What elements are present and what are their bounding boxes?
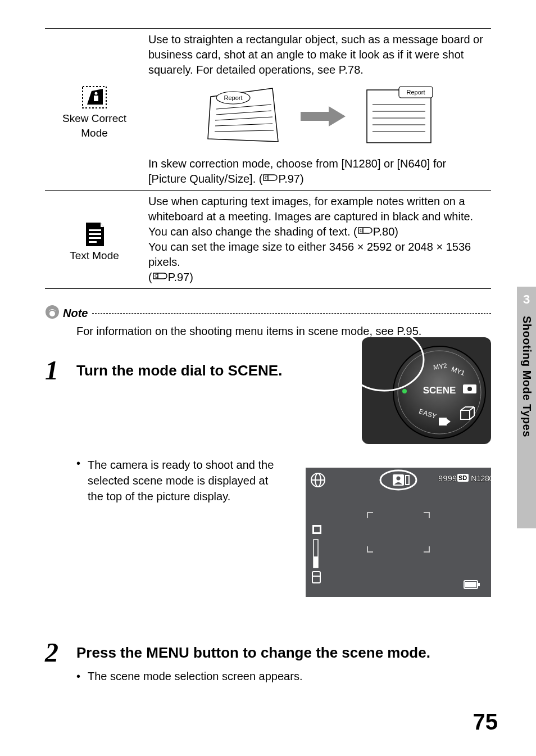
svg-point-2 — [95, 92, 98, 94]
step-2-title: Press the MENU button to change the scen… — [76, 639, 491, 663]
chapter-title: Shooting Mode Types — [520, 316, 533, 437]
text-line2a: You can also change the shading of text.… — [148, 225, 357, 238]
svg-text:1280: 1280 — [476, 473, 491, 483]
svg-rect-61 — [314, 527, 320, 532]
svg-rect-3 — [94, 96, 98, 101]
skew-correct-icon — [80, 83, 108, 111]
note-label: Note — [63, 307, 88, 320]
svg-rect-23 — [89, 241, 97, 243]
svg-rect-47 — [306, 468, 491, 597]
svg-text:SD: SD — [458, 474, 467, 481]
report-label-skewed: Report — [224, 94, 242, 101]
step-1-bullet-text: The camera is ready to shoot and the sel… — [88, 457, 290, 504]
skew-mode-cell: Skew Correct Mode — [45, 29, 144, 191]
text-mode-icon — [80, 220, 108, 248]
step-2-bullet-text: The scene mode selection screen appears. — [88, 668, 302, 684]
text-line4: (GP.97) — [148, 270, 487, 285]
chapter-tab: 3 Shooting Mode Types — [517, 287, 536, 528]
svg-point-27 — [49, 311, 55, 316]
svg-point-32 — [402, 389, 407, 393]
svg-point-53 — [397, 477, 401, 481]
lcd-preview: 9999 SD N 1280 — [306, 468, 491, 599]
skew-mode-label: Skew Correct Mode — [49, 111, 139, 140]
mode-dial-illustration: SCENE MY2 MY1 EASY — [362, 337, 491, 446]
note-row: Note — [45, 305, 491, 322]
report-straight-icon: Report — [362, 85, 435, 147]
step-2-bullet: • The scene mode selection screen appear… — [76, 668, 491, 684]
page-ref-icon: G — [262, 173, 278, 183]
text-mode-label: Text Mode — [49, 248, 139, 263]
note-dash-line — [92, 313, 491, 314]
svg-text:9999: 9999 — [438, 473, 457, 483]
skew-desc-1: Use to straighten a rectangular object, … — [148, 32, 487, 78]
svg-text:SCENE: SCENE — [423, 385, 456, 396]
svg-rect-39 — [439, 418, 447, 425]
text-line2-ref: P.80 — [373, 225, 395, 238]
svg-point-38 — [467, 387, 472, 391]
text-line3: You can set the image size to either 345… — [148, 239, 487, 270]
svg-rect-20 — [89, 229, 101, 231]
report-skewed-icon: Report — [199, 85, 284, 147]
svg-text:G: G — [265, 175, 269, 180]
skew-desc-2: In skew correction mode, choose from [N1… — [148, 156, 487, 187]
svg-rect-22 — [89, 237, 101, 239]
text-line4a: ( — [148, 271, 152, 283]
svg-text:G: G — [155, 273, 158, 279]
text-mode-cell: Text Mode — [45, 191, 144, 289]
note-bullet-icon — [45, 305, 60, 322]
text-line2: You can also change the shading of text.… — [148, 224, 487, 239]
bullet-dot: • — [76, 457, 88, 504]
svg-rect-21 — [89, 233, 101, 235]
page-ref-icon: G — [357, 225, 373, 236]
skew-desc-2-ref: P.97 — [278, 173, 300, 185]
bullet-dot: • — [76, 668, 88, 684]
step-1-number: 1 — [45, 357, 76, 384]
arrow-icon — [301, 105, 346, 128]
text-line4-ref: P.97 — [168, 271, 190, 283]
svg-text:G: G — [360, 228, 364, 233]
report-label-straight: Report — [406, 89, 425, 96]
skew-mode-desc: Use to straighten a rectangular object, … — [144, 29, 491, 191]
text-line1: Use when capturing text images, for exam… — [148, 194, 487, 224]
page-ref-icon: G — [152, 271, 168, 281]
svg-rect-65 — [314, 556, 318, 568]
svg-rect-67 — [478, 583, 480, 586]
chapter-number: 3 — [523, 292, 530, 307]
mode-table: Skew Correct Mode Use to straighten a re… — [45, 28, 491, 289]
skew-illustration: Report — [148, 85, 487, 147]
svg-marker-11 — [301, 106, 346, 126]
step-2: 2 Press the MENU button to change the sc… — [45, 639, 491, 684]
svg-rect-68 — [465, 582, 476, 587]
text-line2b: ) — [394, 225, 398, 238]
page-number: 75 — [473, 709, 498, 735]
step-2-number: 2 — [45, 639, 76, 666]
skew-desc-2b: ) — [300, 173, 304, 185]
text-mode-desc: Use when capturing text images, for exam… — [144, 191, 491, 289]
text-line4b: ) — [189, 271, 193, 283]
note-text: For information on the shooting menu ite… — [76, 325, 491, 338]
